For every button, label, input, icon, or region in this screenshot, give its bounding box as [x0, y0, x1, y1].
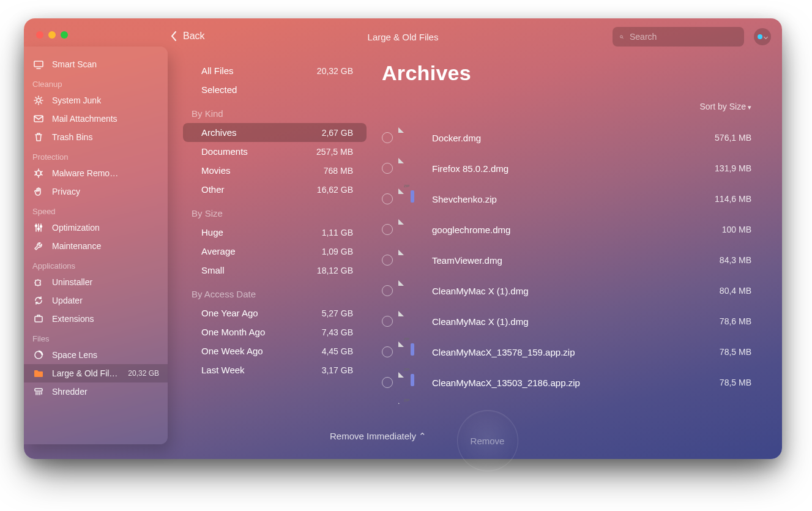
- sidebar-item-extensions[interactable]: Extensions: [24, 310, 168, 328]
- filter-group-heading: By Access Date: [183, 285, 367, 304]
- ext-icon: [32, 313, 45, 324]
- zip-file-icon: ZIP: [404, 188, 421, 209]
- sidebar-item-trash-bins[interactable]: Trash Bins: [24, 128, 168, 146]
- checkbox[interactable]: [382, 224, 393, 235]
- filter-name: One Year Ago: [201, 308, 258, 318]
- sidebar-heading: Files: [24, 328, 168, 346]
- remove-button[interactable]: Remove: [457, 410, 518, 471]
- filter-row[interactable]: Documents 257,5 MB: [183, 142, 367, 161]
- sidebar-item-space-lens[interactable]: Space Lens: [24, 346, 168, 364]
- section-heading: Archives: [382, 61, 751, 85]
- filter-value: 1,11 GB: [322, 228, 353, 237]
- sidebar-item-privacy[interactable]: Privacy: [24, 182, 168, 201]
- dmg-file-icon: [404, 280, 421, 301]
- filter-name: Movies: [201, 165, 231, 176]
- filter-row[interactable]: All Files 20,32 GB: [183, 61, 367, 80]
- bug-icon: [32, 168, 45, 179]
- maximize-window-icon[interactable]: [61, 31, 68, 39]
- back-button[interactable]: Back: [171, 31, 205, 42]
- file-size: 131,9 MB: [715, 163, 751, 173]
- file-row[interactable]: googlechrome.dmg 100 MB: [382, 214, 751, 245]
- sidebar-item-label: Smart Scan: [52, 59, 97, 69]
- filter-row[interactable]: Archives 2,67 GB: [183, 123, 367, 142]
- filter-value: 4,45 GB: [322, 346, 353, 356]
- file-row[interactable]: ZIP CleanMyMacX_13578_159.app.zip 78,5 M…: [382, 337, 751, 367]
- filter-row[interactable]: Last Week 3,17 GB: [183, 360, 367, 379]
- sliders-icon: [32, 222, 45, 233]
- file-name: CleanMyMacX_13503_2186.app.zip: [432, 378, 709, 388]
- filter-value: 768 MB: [324, 166, 353, 176]
- checkbox[interactable]: [382, 132, 393, 143]
- file-size: 100 MB: [722, 225, 751, 234]
- file-row[interactable]: ZIP Shevchenko.zip 114,6 MB: [382, 184, 751, 214]
- filter-name: One Month Ago: [201, 327, 265, 337]
- minimize-window-icon[interactable]: [48, 31, 56, 39]
- search-field[interactable]: [613, 27, 744, 47]
- sidebar-item-optimization[interactable]: Optimization: [24, 218, 168, 237]
- checkbox[interactable]: [382, 285, 393, 296]
- checkbox[interactable]: [382, 346, 393, 357]
- remove-button-label: Remove: [471, 436, 505, 446]
- file-row[interactable]: Firefox 85.0.2.dmg 131,9 MB: [382, 153, 751, 184]
- file-list-panel: Archives Sort by Size Docker.dmg 576,1 M…: [382, 61, 751, 404]
- sidebar: Smart ScanCleanup System Junk Mail Attac…: [24, 47, 168, 444]
- sidebar-item-large-old-fil-[interactable]: Large & Old Fil… 20,32 GB: [24, 364, 168, 382]
- file-row[interactable]: TeamViewer.dmg 84,3 MB: [382, 245, 751, 275]
- filter-row[interactable]: One Week Ago 4,45 GB: [183, 341, 367, 360]
- refresh-icon: [32, 295, 45, 306]
- checkbox[interactable]: [382, 255, 393, 266]
- sidebar-item-smart-scan[interactable]: Smart Scan: [24, 55, 168, 73]
- file-size: 78,5 MB: [720, 378, 751, 387]
- close-window-icon[interactable]: [36, 31, 43, 39]
- gear-icon: [32, 95, 45, 106]
- status-dot-icon: [758, 34, 762, 39]
- checkbox[interactable]: [382, 193, 393, 204]
- filter-name: One Week Ago: [201, 346, 263, 356]
- checkbox[interactable]: [382, 377, 393, 388]
- remove-mode-dropdown[interactable]: Remove Immediately: [330, 431, 426, 442]
- sidebar-item-shredder[interactable]: Shredder: [24, 382, 168, 401]
- sidebar-item-system-junk[interactable]: System Junk: [24, 91, 168, 110]
- filter-row[interactable]: Small 18,12 GB: [183, 261, 367, 280]
- sidebar-item-malware-removal[interactable]: Malware Removal: [24, 164, 168, 182]
- filter-row[interactable]: Other 16,62 GB: [183, 180, 367, 199]
- file-size: 78,5 MB: [720, 347, 751, 357]
- filter-name: Small: [201, 265, 225, 275]
- sort-dropdown[interactable]: Sort by Size: [699, 102, 751, 111]
- file-name: CleanMyMac X (1).dmg: [432, 316, 709, 327]
- filter-row[interactable]: Huge 1,11 GB: [183, 223, 367, 242]
- sidebar-item-label: Malware Removal: [52, 168, 119, 178]
- sidebar-item-mail-attachments[interactable]: Mail Attachments: [24, 110, 168, 128]
- dmg-file-icon: [404, 219, 421, 240]
- filter-row[interactable]: Movies 768 MB: [183, 161, 367, 180]
- file-row[interactable]: ZIP CleanMyMacX_13491_2185.app.zip 78,5 …: [382, 398, 751, 404]
- sidebar-item-updater[interactable]: Updater: [24, 291, 168, 310]
- svg-rect-2: [34, 61, 43, 67]
- search-input[interactable]: [630, 32, 737, 42]
- filter-row[interactable]: Selected: [183, 80, 367, 99]
- sidebar-item-uninstaller[interactable]: Uninstaller: [24, 273, 168, 291]
- filter-row[interactable]: Average 1,09 GB: [183, 242, 367, 261]
- account-menu[interactable]: [754, 28, 771, 45]
- file-size: 114,6 MB: [715, 194, 751, 204]
- dmg-file-icon: [404, 158, 421, 179]
- sidebar-heading: Speed: [24, 201, 168, 218]
- checkbox[interactable]: [382, 163, 393, 174]
- sidebar-item-maintenance[interactable]: Maintenance: [24, 237, 168, 255]
- file-row[interactable]: CleanMyMac X (1).dmg 78,6 MB: [382, 306, 751, 337]
- page-title: Large & Old Files: [368, 32, 439, 42]
- filter-name: Huge: [201, 227, 223, 237]
- svg-point-5: [36, 171, 41, 176]
- svg-line-1: [622, 37, 624, 39]
- filter-row[interactable]: One Year Ago 5,27 GB: [183, 304, 367, 323]
- checkbox[interactable]: [382, 316, 393, 327]
- file-row[interactable]: CleanMyMac X (1).dmg 80,4 MB: [382, 275, 751, 306]
- window-controls: [36, 31, 68, 39]
- folder-icon: [32, 368, 45, 379]
- file-row[interactable]: ZIP CleanMyMacX_13503_2186.app.zip 78,5 …: [382, 367, 751, 398]
- file-name: CleanMyMac X (1).dmg: [432, 286, 709, 296]
- svg-rect-9: [35, 316, 42, 322]
- filter-row[interactable]: One Month Ago 7,43 GB: [183, 323, 367, 341]
- file-row[interactable]: Docker.dmg 576,1 MB: [382, 122, 751, 153]
- file-size: 80,4 MB: [720, 286, 751, 296]
